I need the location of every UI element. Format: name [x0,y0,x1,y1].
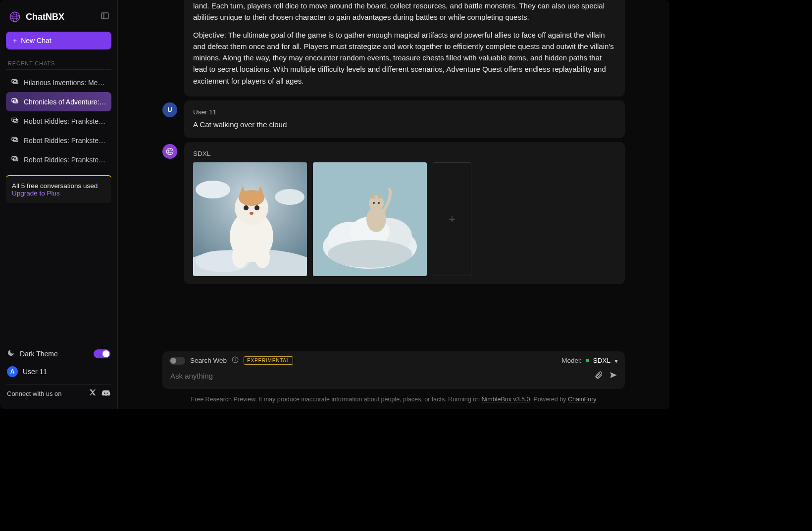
user-avatar: A [7,366,18,377]
svg-rect-14 [12,156,16,160]
composer-input[interactable] [169,369,588,383]
svg-point-45 [235,358,235,359]
user-message-block: U User 11 A Cat walking over the cloud [162,100,625,138]
svg-rect-15 [13,158,18,161]
moon-icon [7,349,15,358]
footer-link-chainfury[interactable]: ChainFury [568,396,597,403]
bot-name: SDXL [193,150,616,157]
footer-link-nimblebox[interactable]: NimbleBox v3.5.0 [482,396,530,403]
svg-rect-13 [13,139,18,142]
svg-point-40 [373,202,375,204]
svg-point-31 [250,212,254,215]
generated-image[interactable] [313,162,427,276]
user-msg-avatar: U [162,102,177,117]
svg-point-28 [239,190,264,206]
chat-list: Hilarious Inventions: Meet...Chronicles … [6,73,111,169]
sdxl-message-block: SDXL [162,142,625,284]
recent-chats-header: RECENT CHATS [6,57,111,70]
svg-point-37 [328,240,412,268]
model-picker[interactable]: Model: SDXL ▾ [561,357,618,365]
bot-avatar [162,144,177,159]
brand-name: ChatNBX [26,12,64,22]
x-icon[interactable] [89,388,97,399]
generated-images-row [193,162,616,276]
composer: Search Web EXPERIMENTAL Model: SDXL ▾ [162,351,625,389]
sidebar-chat-item[interactable]: Chronicles of Adventure: A... [6,92,111,111]
svg-rect-46 [235,359,235,361]
sidebar-chat-item[interactable]: Hilarious Inventions: Meet... [6,73,111,92]
svg-point-16 [166,148,173,155]
model-name: SDXL [593,357,610,364]
send-icon[interactable] [609,371,618,382]
conversation-scroll[interactable]: land. Each turn, players roll dice to mo… [118,0,669,344]
add-image-tile[interactable] [433,162,471,276]
user-row[interactable]: A User 11 [6,362,111,381]
svg-rect-7 [13,81,18,84]
chat-item-label: Robot Riddles: Prankster B... [24,156,106,164]
connect-label: Connect with us on [7,390,62,397]
svg-point-26 [255,246,270,268]
user-msg-name: User 11 [193,108,616,116]
brand-logo-icon [8,10,22,24]
app-window: ChatNBX + New Chat RECENT CHATS Hilariou… [0,0,669,409]
theme-toggle[interactable] [94,349,110,358]
footer-middle: . Powered by [530,396,567,403]
experimental-badge: EXPERIMENTAL [244,356,293,365]
brand-row: ChatNBX [6,6,111,32]
chevron-down-icon: ▾ [614,357,618,365]
svg-point-18 [168,148,171,155]
assistant-paragraph: Objective: The ultimate goal of the game… [193,29,616,87]
svg-point-20 [196,181,230,198]
chat-icon [11,136,19,145]
chat-item-label: Robot Riddles: Prankster B... [24,137,106,145]
svg-rect-12 [12,137,16,141]
plus-icon: + [13,37,17,45]
svg-point-21 [275,189,304,205]
user-msg-text: A Cat walking over the cloud [193,119,616,130]
theme-row: Dark Theme [6,345,111,362]
svg-point-17 [166,150,173,152]
chat-icon [11,116,19,126]
chat-item-label: Robot Riddles: Prankster B... [24,117,106,125]
assistant-paragraph: land. Each turn, players roll dice to mo… [193,0,616,23]
svg-point-41 [378,202,380,204]
status-dot-icon [586,359,589,362]
search-web-label: Search Web [190,357,227,364]
model-label: Model: [561,357,582,364]
chat-icon [11,97,19,106]
chat-icon [11,155,19,164]
footer-prefix: Free Research Preview. It may produce in… [191,396,481,403]
new-chat-button[interactable]: + New Chat [6,32,111,49]
assistant-message: land. Each turn, players roll dice to mo… [184,0,625,97]
sidebar-collapse-icon[interactable] [101,11,109,22]
theme-label: Dark Theme [20,350,58,358]
chat-icon [11,78,19,87]
sidebar-chat-item[interactable]: Robot Riddles: Prankster B... [6,131,111,150]
svg-point-25 [232,244,248,268]
upgrade-link[interactable]: Upgrade to Plus [12,190,105,197]
user-name: User 11 [23,368,47,376]
attach-icon[interactable] [594,371,603,382]
svg-point-30 [254,205,259,210]
sidebar-chat-item[interactable]: Robot Riddles: Prankster B... [6,111,111,131]
search-web-toggle[interactable] [169,357,185,365]
svg-rect-4 [102,13,108,19]
svg-rect-11 [13,119,18,122]
info-icon[interactable] [232,356,239,365]
quota-line: All 5 free conversations used [12,182,105,190]
footer-note: Free Research Preview. It may produce in… [118,393,669,409]
chat-item-label: Chronicles of Adventure: A... [24,98,106,106]
chat-item-label: Hilarious Inventions: Meet... [24,79,106,87]
sidebar-chat-item[interactable]: Robot Riddles: Prankster B... [6,150,111,169]
sidebar: ChatNBX + New Chat RECENT CHATS Hilariou… [0,0,118,409]
main-panel: land. Each turn, players roll dice to mo… [118,0,669,409]
svg-point-29 [244,205,249,210]
connect-row: Connect with us on [6,384,111,403]
svg-rect-9 [13,100,18,103]
new-chat-label: New Chat [21,37,51,45]
quota-card: All 5 free conversations used Upgrade to… [6,175,111,203]
generated-image[interactable] [193,162,307,276]
discord-icon[interactable] [102,388,110,399]
